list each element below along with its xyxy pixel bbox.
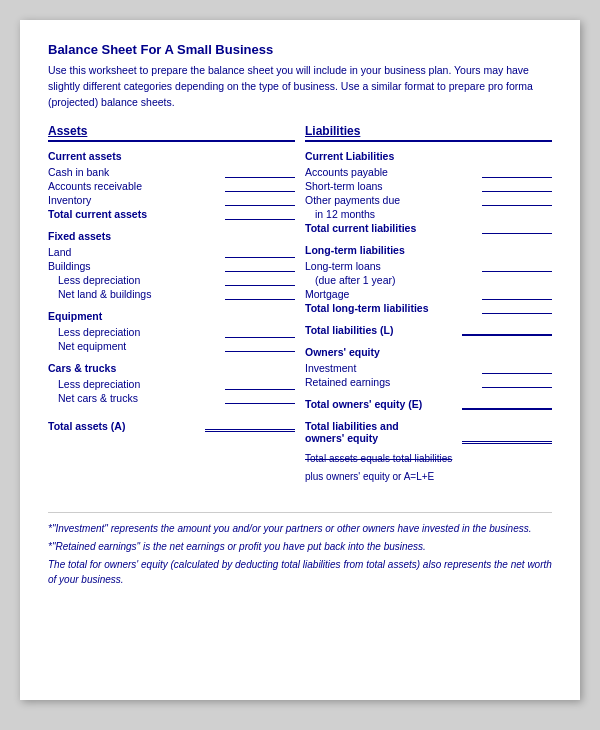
list-item: Buildings: [48, 260, 295, 272]
cars-trucks-section: Cars & trucks Less depreciation Net cars…: [48, 362, 295, 404]
current-assets-title: Current assets: [48, 150, 295, 162]
accounts-payable-label: Accounts payable: [305, 166, 478, 178]
cash-in-bank-label: Cash in bank: [48, 166, 221, 178]
footnote-2: *"Retained earnings" is the net earnings…: [48, 539, 552, 554]
list-item: Accounts receivable: [48, 180, 295, 192]
fixed-assets-section: Fixed assets Land Buildings Less depreci…: [48, 230, 295, 300]
long-term-loans-label: Long-term loans: [305, 260, 478, 272]
current-liabilities-section: Current Liabilities Accounts payable Sho…: [305, 150, 552, 234]
total-current-assets-input[interactable]: [225, 210, 295, 220]
footnotes-section: *"Investment" represents the amount you …: [48, 512, 552, 587]
current-liabilities-title: Current Liabilities: [305, 150, 552, 162]
list-item: Less depreciation: [48, 326, 295, 338]
list-item: Total current liabilities: [305, 222, 552, 234]
less-depreciation-cars-label: Less depreciation: [48, 378, 221, 390]
list-item: Cars & trucks: [48, 362, 295, 376]
liabilities-column: Liabilities Current Liabilities Accounts…: [305, 124, 552, 494]
inventory-input[interactable]: [225, 196, 295, 206]
total-liabilities-row: Total liabilities (L): [305, 324, 552, 336]
total-liabilities-input[interactable]: [462, 326, 552, 336]
total-note-line2: plus owners' equity or A=L+E: [305, 471, 434, 482]
long-term-liabilities-title: Long-term liabilities: [305, 244, 552, 256]
total-current-assets-label: Total current assets: [48, 208, 221, 220]
net-land-buildings-input[interactable]: [225, 290, 295, 300]
mortgage-label: Mortgage: [305, 288, 478, 300]
short-term-loans-label: Short-term loans: [305, 180, 478, 192]
total-note: Total assets equals total liabilities pl…: [305, 448, 552, 484]
equipment-title: Equipment: [48, 310, 295, 322]
owners-equity-section: Owners' equity Investment Retained earni…: [305, 346, 552, 388]
list-item: Owners' equity: [305, 346, 552, 360]
total-current-liabilities-label: Total current liabilities: [305, 222, 478, 234]
accounts-payable-input[interactable]: [482, 168, 552, 178]
accounts-receivable-input[interactable]: [225, 182, 295, 192]
list-item: Total long-term liabilities: [305, 302, 552, 314]
list-item: Net land & buildings: [48, 288, 295, 300]
cars-trucks-title: Cars & trucks: [48, 362, 295, 374]
short-term-loans-input[interactable]: [482, 182, 552, 192]
retained-earnings-input[interactable]: [482, 378, 552, 388]
assets-header: Assets: [48, 124, 295, 142]
less-depreciation-buildings-input[interactable]: [225, 276, 295, 286]
long-term-liabilities-section: Long-term liabilities Long-term loans (d…: [305, 244, 552, 314]
land-label: Land: [48, 246, 221, 258]
less-depreciation-cars-input[interactable]: [225, 380, 295, 390]
list-item: in 12 months: [305, 208, 552, 220]
total-liabilities-section: Total liabilities (L): [305, 324, 552, 336]
less-depreciation-equipment-label: Less depreciation: [48, 326, 221, 338]
total-assets-input[interactable]: [205, 422, 295, 432]
list-item: Less depreciation: [48, 378, 295, 390]
equipment-section: Equipment Less depreciation Net equipmen…: [48, 310, 295, 352]
list-item: Net equipment: [48, 340, 295, 352]
fixed-assets-title: Fixed assets: [48, 230, 295, 242]
cash-in-bank-input[interactable]: [225, 168, 295, 178]
list-item: Long-term loans: [305, 260, 552, 272]
net-equipment-input[interactable]: [225, 342, 295, 352]
list-item: Inventory: [48, 194, 295, 206]
total-combined-section: Total liabilities andowners' equity Tota…: [305, 420, 552, 484]
list-item: Less depreciation: [48, 274, 295, 286]
list-item: Net cars & trucks: [48, 392, 295, 404]
due-after-1-year-label: (due after 1 year): [305, 274, 552, 286]
less-depreciation-buildings-label: Less depreciation: [48, 274, 221, 286]
balance-sheet-page: Balance Sheet For A Small Business Use t…: [20, 20, 580, 700]
footnote-1: *"Investment" represents the amount you …: [48, 521, 552, 536]
accounts-receivable-label: Accounts receivable: [48, 180, 221, 192]
total-current-liabilities-input[interactable]: [482, 224, 552, 234]
total-long-term-liabilities-input[interactable]: [482, 304, 552, 314]
list-item: Cash in bank: [48, 166, 295, 178]
list-item: Other payments due: [305, 194, 552, 206]
main-columns: Assets Current assets Cash in bank Accou…: [48, 124, 552, 494]
list-item: Accounts payable: [305, 166, 552, 178]
long-term-loans-input[interactable]: [482, 262, 552, 272]
land-input[interactable]: [225, 248, 295, 258]
mortgage-input[interactable]: [482, 290, 552, 300]
list-item: Short-term loans: [305, 180, 552, 192]
total-owners-equity-input[interactable]: [462, 400, 552, 410]
retained-earnings-label: Retained earnings: [305, 376, 478, 388]
total-owners-equity-section: Total owners' equity (E): [305, 398, 552, 410]
net-equipment-label: Net equipment: [48, 340, 221, 352]
footnote-3: The total for owners' equity (calculated…: [48, 557, 552, 587]
inventory-label: Inventory: [48, 194, 221, 206]
list-item: (due after 1 year): [305, 274, 552, 286]
buildings-input[interactable]: [225, 262, 295, 272]
total-combined-input[interactable]: [462, 434, 552, 444]
net-land-buildings-label: Net land & buildings: [48, 288, 221, 300]
list-item: Land: [48, 246, 295, 258]
other-payments-due-input[interactable]: [482, 196, 552, 206]
list-item: Long-term liabilities: [305, 244, 552, 258]
total-liabilities-label: Total liabilities (L): [305, 324, 458, 336]
list-item: Total current assets: [48, 208, 295, 220]
list-item: Fixed assets: [48, 230, 295, 244]
less-depreciation-equipment-input[interactable]: [225, 328, 295, 338]
net-cars-trucks-input[interactable]: [225, 394, 295, 404]
list-item: Equipment: [48, 310, 295, 324]
total-combined-row: Total liabilities andowners' equity: [305, 420, 552, 444]
investment-input[interactable]: [482, 364, 552, 374]
in-12-months-label: in 12 months: [305, 208, 552, 220]
other-payments-due-label: Other payments due: [305, 194, 478, 206]
buildings-label: Buildings: [48, 260, 221, 272]
total-owners-equity-label: Total owners' equity (E): [305, 398, 458, 410]
total-note-line1: Total assets equals total liabilities: [305, 453, 452, 464]
